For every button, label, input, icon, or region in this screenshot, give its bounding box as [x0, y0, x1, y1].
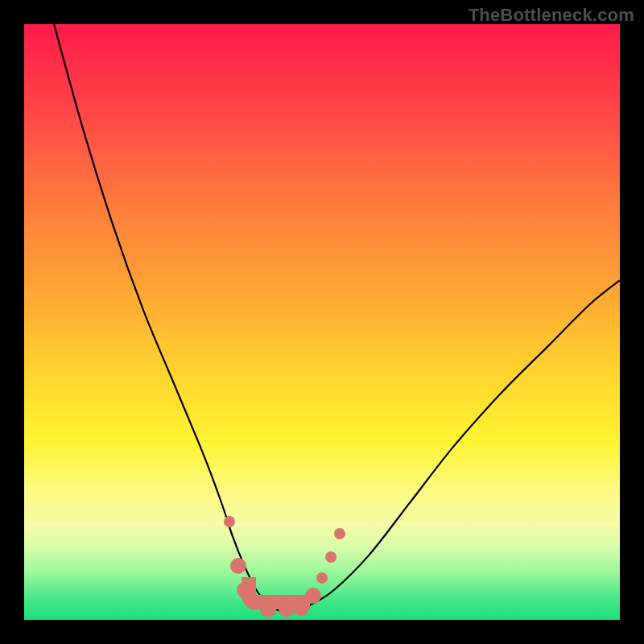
chart-frame: TheBottleneck.com — [0, 0, 644, 644]
curve-marker — [334, 528, 345, 539]
plot-area — [24, 24, 620, 620]
bottleneck-curve — [24, 24, 620, 620]
valley-band — [242, 577, 310, 609]
watermark-text: TheBottleneck.com — [469, 5, 634, 26]
